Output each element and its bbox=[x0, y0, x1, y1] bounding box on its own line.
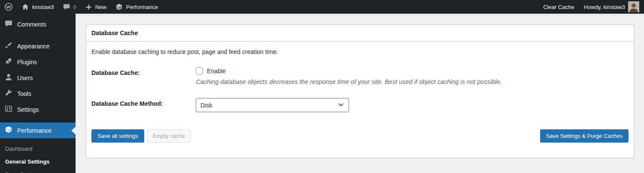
active-menu-arrow bbox=[71, 127, 76, 134]
save-settings-purge-caches-button[interactable]: Save Settings & Purge Caches bbox=[540, 129, 629, 143]
database-cache-hint: Caching database objects decreases the r… bbox=[196, 78, 629, 85]
sidebar-item-label: Plugins bbox=[17, 59, 37, 66]
submenu-item-label: General Settings bbox=[5, 158, 49, 165]
comments-bubble-icon bbox=[63, 3, 70, 11]
admin-bar-right: Clear Cache Howdy, kinstaw3 bbox=[538, 0, 644, 14]
sidebar-item-label: Appearance bbox=[17, 43, 50, 50]
save-all-settings-button[interactable]: Save all settings bbox=[91, 129, 144, 143]
performance-submenu: Dashboard General Settings Page Cache bbox=[0, 142, 76, 173]
panel-body: Enable database caching to reduce post, … bbox=[86, 42, 634, 158]
admin-bar-left: kinstaw3 0 New bbox=[0, 0, 162, 14]
sidebar-item-comments[interactable]: Comments bbox=[0, 16, 76, 32]
performance-bar-link[interactable]: Performance bbox=[111, 0, 162, 14]
sidebar-item-users[interactable]: Users bbox=[0, 70, 76, 86]
comments-link[interactable]: 0 bbox=[58, 0, 81, 14]
sidebar-item-label: Comments bbox=[17, 21, 46, 28]
sidebar-item-settings[interactable]: Settings bbox=[0, 101, 76, 117]
chevron-down-icon bbox=[337, 101, 344, 109]
site-name-label: kinstaw3 bbox=[32, 4, 54, 10]
w3tc-cube-icon bbox=[115, 3, 123, 11]
sidebar-item-label: Settings bbox=[17, 106, 39, 113]
cache-method-select[interactable]: Disk bbox=[196, 98, 349, 112]
comments-bubble-icon bbox=[4, 19, 13, 29]
cache-method-control: Disk bbox=[196, 98, 629, 112]
submenu-item-label: Page Cache bbox=[5, 171, 36, 173]
content-area: Database Cache Enable database caching t… bbox=[76, 14, 644, 173]
home-icon bbox=[21, 3, 29, 11]
database-cache-row: Database Cache: Enable Caching database … bbox=[91, 67, 629, 85]
sidebar-item-performance[interactable]: Performance bbox=[0, 122, 76, 138]
admin-bar: kinstaw3 0 New bbox=[0, 0, 644, 14]
sidebar-item-plugins[interactable]: Plugins bbox=[0, 54, 76, 70]
howdy-label: Howdy, kinstaw3 bbox=[583, 4, 625, 10]
submenu-item-general-settings[interactable]: General Settings bbox=[0, 155, 76, 168]
wordpress-logo-icon bbox=[4, 3, 13, 11]
sidebar-item-label: Users bbox=[17, 75, 33, 81]
users-icon bbox=[4, 73, 13, 83]
settings-sliders-icon bbox=[4, 104, 13, 114]
comments-count: 0 bbox=[73, 4, 76, 10]
empty-cache-button[interactable]: Empty cache bbox=[147, 129, 191, 143]
tools-wrench-icon bbox=[4, 89, 13, 98]
database-cache-label: Database Cache: bbox=[91, 67, 196, 76]
database-cache-control: Enable Caching database objects decrease… bbox=[196, 67, 629, 85]
left-button-group: Save all settings Empty cache bbox=[91, 129, 191, 143]
panel-description: Enable database caching to reduce post, … bbox=[91, 48, 629, 55]
sidebar-item-tools[interactable]: Tools bbox=[0, 86, 76, 101]
admin-sidebar: Comments Appearance Plugins bbox=[0, 14, 76, 173]
enable-checkbox[interactable] bbox=[196, 67, 203, 75]
performance-bar-label: Performance bbox=[126, 4, 158, 10]
w3tc-cube-icon bbox=[4, 125, 13, 135]
sidebar-item-label: Tools bbox=[17, 90, 31, 97]
plus-icon bbox=[85, 3, 92, 11]
my-account-link[interactable]: Howdy, kinstaw3 bbox=[579, 0, 644, 14]
cache-method-label: Database Cache Method: bbox=[91, 98, 196, 107]
new-content-link[interactable]: New bbox=[81, 0, 111, 14]
plugin-icon bbox=[4, 57, 13, 67]
sidebar-item-label: Performance bbox=[17, 127, 52, 134]
sidebar-item-appearance[interactable]: Appearance bbox=[0, 38, 76, 54]
wordpress-menu[interactable] bbox=[0, 0, 17, 14]
cache-method-selected-value: Disk bbox=[200, 102, 212, 109]
clear-cache-label: Clear Cache bbox=[543, 4, 574, 10]
appearance-brush-icon bbox=[4, 41, 13, 51]
cache-method-row: Database Cache Method: Disk bbox=[91, 98, 629, 112]
enable-checkbox-label[interactable]: Enable bbox=[207, 68, 226, 75]
submenu-item-label: Dashboard bbox=[5, 146, 33, 152]
scrolled-edge bbox=[76, 14, 644, 15]
submenu-item-dashboard[interactable]: Dashboard bbox=[0, 142, 76, 155]
avatar bbox=[628, 1, 639, 12]
new-label: New bbox=[95, 4, 106, 10]
menu-separator bbox=[0, 117, 76, 122]
menu-separator bbox=[0, 32, 76, 38]
site-name-link[interactable]: kinstaw3 bbox=[17, 0, 58, 14]
database-cache-panel: Database Cache Enable database caching t… bbox=[86, 24, 634, 158]
panel-buttons-row: Save all settings Empty cache Save Setti… bbox=[91, 129, 629, 143]
clear-cache-link[interactable]: Clear Cache bbox=[538, 0, 579, 14]
panel-title: Database Cache bbox=[86, 25, 634, 42]
submenu-item-page-cache[interactable]: Page Cache bbox=[0, 168, 76, 173]
